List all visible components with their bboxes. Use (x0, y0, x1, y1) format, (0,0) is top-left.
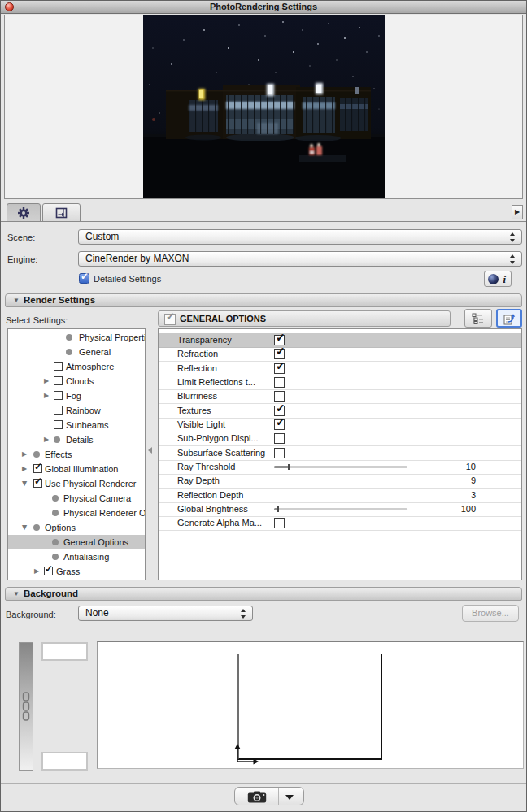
camera-icon (247, 791, 267, 803)
tree-item-label: Sunbeams (66, 418, 109, 432)
background-preview-canvas[interactable] (97, 641, 524, 769)
tree-item-clouds[interactable]: ▶Clouds (8, 374, 145, 389)
tree-item-sunbeams[interactable]: Sunbeams (8, 418, 145, 432)
tree-item-general[interactable]: General (8, 345, 145, 359)
scene-value: Custom (85, 230, 119, 244)
detailed-settings-checkbox[interactable]: ✓ (79, 273, 89, 284)
ground-value-field[interactable] (41, 752, 88, 771)
chevron-down-icon[interactable] (285, 795, 294, 800)
engine-label: Engine: (7, 254, 37, 264)
tree-item-general-options[interactable]: General Options (8, 535, 145, 549)
tree-item-global-illumination[interactable]: ▶✓Global Illumination (8, 462, 145, 476)
render-settings-section-header[interactable]: ▼ Render Settings (5, 293, 522, 307)
option-checkbox[interactable]: ✓ (274, 419, 285, 430)
tree-item-rainbow[interactable]: Rainbow (8, 403, 145, 418)
option-checkbox[interactable]: ✓ (274, 406, 285, 416)
option-slider[interactable] (274, 508, 407, 510)
background-section-header[interactable]: ▼ Background (5, 587, 522, 601)
tree-item-physical-renderer-opt[interactable]: Physical Renderer Opt (8, 506, 145, 520)
option-label: Blurriness (177, 389, 217, 403)
tree-checkbox[interactable] (54, 406, 63, 415)
settings-tree: Physical PropertiGeneralAtmosphere▶Cloud… (7, 328, 146, 580)
tab-settings[interactable] (7, 203, 41, 222)
option-value[interactable]: 100 (461, 502, 476, 516)
option-checkbox[interactable] (274, 377, 285, 388)
option-value[interactable]: 9 (471, 474, 476, 488)
splitter-handle[interactable] (148, 447, 152, 454)
tree-item-antialiasing[interactable]: Antialiasing (8, 549, 145, 564)
expand-arrow-icon[interactable]: ▶ (44, 374, 49, 389)
tree-item-physical-properti[interactable]: Physical Properti (8, 330, 145, 345)
tree-item-label: Use Physical Renderer (45, 476, 137, 491)
option-checkbox[interactable] (274, 391, 285, 402)
scene-label: Scene: (7, 232, 35, 242)
tree-checkbox[interactable]: ✓ (33, 479, 42, 488)
tree-checkbox[interactable] (54, 391, 63, 400)
tree-item-label: Physical Camera (63, 491, 131, 506)
tree-item-use-physical-renderer[interactable]: ▶✓Use Physical Renderer (8, 476, 145, 491)
tree-item-grass[interactable]: ▶✓Grass (8, 564, 145, 579)
title-bar[interactable]: PhotoRendering Settings (1, 1, 526, 14)
tree-item-label: General (79, 345, 111, 359)
check-icon: ✓ (34, 462, 42, 472)
detailed-settings-label: Detailed Settings (94, 274, 161, 284)
tree-item-atmosphere[interactable]: Atmosphere (8, 359, 145, 374)
tree-checkbox[interactable]: ✓ (33, 464, 42, 473)
export-arrow-icon (503, 313, 516, 325)
option-label: Refraction (177, 347, 218, 361)
tree-checkbox[interactable]: ✓ (44, 567, 53, 575)
tab-overflow-button[interactable]: ▶ (512, 205, 523, 219)
collapse-arrow-icon[interactable]: ▶ (17, 525, 32, 530)
origin-marker-icon (228, 738, 260, 767)
collapse-arrow-icon[interactable]: ▶ (17, 481, 32, 486)
snapshot-split-button[interactable] (234, 787, 304, 805)
tree-checkbox[interactable] (54, 376, 63, 385)
bullet-icon (66, 334, 72, 341)
tree-item-details[interactable]: ▶Details (8, 432, 145, 447)
expand-arrow-icon[interactable]: ▶ (44, 389, 49, 403)
option-slider[interactable] (274, 466, 407, 468)
panel-header-checkbox[interactable]: ✓ (164, 314, 176, 325)
tree-item-label: Grass (56, 564, 80, 579)
option-value[interactable]: 3 (471, 489, 476, 502)
expand-arrow-icon[interactable]: ▶ (22, 447, 27, 462)
option-checkbox[interactable]: ✓ (274, 335, 285, 345)
expand-arrow-icon[interactable]: ▶ (22, 462, 27, 476)
option-row-generate-alpha-ma: Generate Alpha Ma... (159, 516, 521, 531)
background-dropdown[interactable]: None (78, 606, 253, 621)
image-size-icon (55, 207, 68, 219)
background-gradient-bar[interactable] (19, 642, 33, 771)
chain-link-icon (21, 692, 31, 721)
option-label: Global Brightness (177, 502, 248, 516)
expand-arrow-icon[interactable]: ▶ (44, 432, 49, 447)
browse-button[interactable]: Browse... (462, 605, 519, 622)
export-settings-button[interactable] (496, 309, 522, 328)
tab-size[interactable] (42, 203, 81, 222)
select-settings-label: Select Settings: (6, 315, 68, 325)
option-value[interactable]: 10 (466, 460, 476, 474)
option-row-textures: Textures✓ (159, 404, 521, 419)
tree-item-options[interactable]: ▶Options (8, 520, 145, 535)
tree-checkbox[interactable] (54, 420, 63, 429)
tree-view-button[interactable] (464, 309, 492, 328)
option-label: Generate Alpha Ma... (177, 516, 262, 530)
scene-dropdown[interactable]: Custom (78, 229, 522, 245)
slider-thumb[interactable] (277, 506, 279, 512)
tree-item-effects[interactable]: ▶Effects (8, 447, 145, 462)
engine-dropdown[interactable]: CineRender by MAXON (78, 251, 522, 267)
slider-thumb[interactable] (288, 464, 290, 470)
engine-info-button[interactable]: i (484, 271, 512, 287)
option-row-refraction: Refraction✓ (159, 347, 521, 362)
render-preview-image (143, 15, 385, 198)
option-checkbox[interactable] (274, 518, 285, 528)
tree-item-fog[interactable]: ▶Fog (8, 389, 145, 403)
option-checkbox[interactable] (274, 433, 285, 444)
option-checkbox[interactable]: ✓ (274, 363, 285, 374)
option-checkbox[interactable] (274, 448, 285, 458)
tree-checkbox[interactable] (54, 362, 63, 371)
bullet-icon (52, 510, 59, 516)
sky-value-field[interactable] (41, 642, 88, 661)
expand-arrow-icon[interactable]: ▶ (34, 564, 39, 579)
tree-item-physical-camera[interactable]: Physical Camera (8, 491, 145, 506)
option-checkbox[interactable]: ✓ (274, 349, 285, 359)
